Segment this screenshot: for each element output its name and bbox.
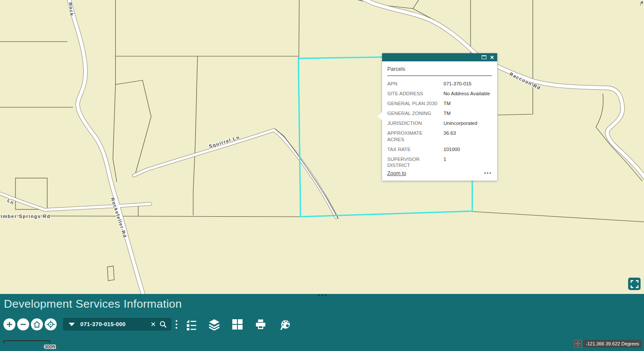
cursor-artifact-icon — [636, 0, 644, 7]
table-row: APPROXIMATE ACRES 36.63 — [387, 130, 492, 143]
zoom-in-button[interactable] — [3, 318, 15, 330]
field-value: 36.63 — [444, 130, 492, 143]
print-icon — [255, 318, 267, 330]
field-value: Unincorporated — [444, 120, 492, 127]
zoom-to-link[interactable]: Zoom to — [387, 170, 406, 176]
draw-button[interactable] — [278, 318, 290, 330]
more-tools-kebab-icon[interactable] — [176, 320, 177, 329]
panel-drag-handle[interactable] — [318, 294, 327, 296]
basemap-button[interactable] — [231, 318, 243, 330]
more-actions-icon[interactable]: ••• — [484, 171, 492, 176]
zoom-out-button[interactable] — [17, 318, 29, 330]
table-row: SITE ADDRESS No Address Available — [387, 91, 492, 97]
field-label: APN — [387, 81, 444, 87]
maximize-icon[interactable] — [482, 55, 486, 59]
field-label: JURISDICTION — [387, 120, 444, 127]
popup-anchor-arrow — [377, 112, 382, 121]
table-row: GENERAL ZONING TM — [387, 110, 492, 117]
field-label: GENERAL ZONING — [387, 110, 444, 117]
coordinates-readout: -121.366 39.622 Degrees — [583, 340, 642, 348]
clear-search-icon[interactable]: ✕ — [149, 321, 159, 328]
layers-button[interactable] — [208, 318, 220, 330]
page-title: Development Services Information — [4, 297, 182, 311]
bottom-bar: Development Services Information 071-370… — [0, 294, 644, 351]
layers-icon — [208, 318, 220, 330]
search-widget: 071-370-015-000 ✕ — [63, 318, 171, 330]
search-button[interactable] — [159, 321, 171, 328]
field-value: 101000 — [444, 146, 492, 153]
search-icon — [159, 321, 167, 328]
popup-title: Parcels — [387, 65, 492, 76]
fullscreen-icon — [630, 280, 639, 288]
table-row: APN 071-370-015 — [387, 81, 492, 87]
popup-footer: Zoom to ••• — [382, 167, 497, 181]
home-button[interactable] — [31, 318, 43, 330]
draw-palette-icon — [278, 318, 291, 330]
scale-label: 300ft — [44, 344, 55, 349]
locate-button[interactable] — [45, 318, 57, 330]
legend-icon — [185, 318, 197, 330]
table-row: TAX RATE 101000 — [387, 146, 492, 153]
field-label: APPROXIMATE ACRES — [387, 130, 444, 143]
map-controls: 071-370-015-000 ✕ — [3, 318, 301, 330]
print-button[interactable] — [255, 318, 267, 330]
popup-header: ✕ — [382, 53, 497, 61]
table-row: GENERAL PLAN 2030 TM — [387, 100, 492, 107]
scale-bar: 300ft — [3, 339, 67, 350]
field-value: No Address Available — [444, 91, 492, 97]
map-canvas[interactable]: Rock Squirrel Ln Rockefeller Rd imber Sp… — [0, 0, 644, 296]
field-label: SITE ADDRESS — [387, 91, 444, 97]
minus-icon — [20, 321, 27, 328]
basemap-grid-icon — [231, 318, 243, 330]
home-icon — [33, 321, 41, 328]
crosshair-icon — [575, 341, 580, 346]
capture-coordinates-button[interactable] — [574, 340, 582, 348]
popup-divider — [387, 76, 492, 76]
chevron-down-icon[interactable] — [69, 323, 75, 326]
search-input[interactable]: 071-370-015-000 — [80, 321, 149, 327]
popup-body: Parcels APN 071-370-015 SITE ADDRESS No … — [382, 61, 497, 169]
parcel-popup: ✕ Parcels APN 071-370-015 SITE ADDRESS N… — [382, 53, 497, 181]
road-label-timber-springs-rd: imber Springs Rd — [1, 214, 51, 219]
close-icon[interactable]: ✕ — [490, 55, 494, 60]
tool-buttons — [185, 318, 301, 330]
field-value: TM — [444, 100, 492, 107]
field-value: 071-370-015 — [444, 81, 492, 87]
coordinate-widget: -121.366 39.622 Degrees — [574, 340, 642, 348]
field-label: TAX RATE — [387, 146, 444, 153]
fullscreen-button[interactable] — [628, 278, 641, 290]
table-row: JURISDICTION Unincorporated — [387, 120, 492, 127]
field-label: GENERAL PLAN 2030 — [387, 100, 444, 107]
map-background — [0, 0, 644, 296]
locate-icon — [46, 320, 55, 329]
legend-button[interactable] — [185, 318, 197, 330]
field-value: TM — [444, 110, 492, 117]
plus-icon — [6, 321, 13, 328]
